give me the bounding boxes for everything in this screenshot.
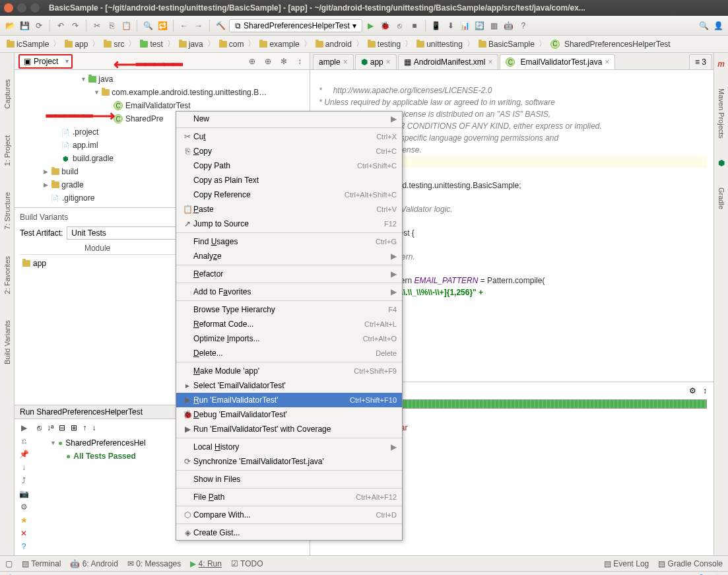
context-menu-item[interactable]: Analyze▶	[176, 249, 402, 263]
build-variants-tab[interactable]: Build Variants	[3, 320, 11, 364]
settings-button[interactable]: ⚙	[20, 502, 28, 512]
breadcrumb-item[interactable]: test	[136, 38, 166, 50]
context-menu-item[interactable]: File PathCtrl+Alt+F12	[176, 490, 402, 504]
gradle-icon[interactable]: ⬢	[718, 158, 725, 168]
replace-icon[interactable]: 🔁	[156, 20, 168, 32]
context-menu-item[interactable]: ✂CutCtrl+X	[176, 129, 402, 144]
help-icon[interactable]: ?	[517, 20, 529, 32]
next-icon[interactable]: ↓	[92, 423, 96, 432]
run-button[interactable]: ▶	[365, 20, 377, 32]
star-icon[interactable]: ★	[20, 516, 28, 525]
hide-icon[interactable]: ↕	[294, 55, 306, 67]
cut-icon[interactable]: ✂	[91, 20, 103, 32]
breadcrumb-item[interactable]: testing	[364, 38, 405, 50]
editor-tab-active[interactable]: CEmailValidatorTest.java×	[500, 54, 615, 69]
context-menu-item[interactable]: Make Module 'app'Ctrl+Shift+F9	[176, 364, 402, 378]
structure-icon[interactable]: ▦	[488, 20, 500, 32]
context-menu-item[interactable]: ▶Run 'EmailValidatorTest' with Coverage	[176, 422, 402, 436]
breadcrumb-item[interactable]: com	[215, 38, 248, 50]
build-icon[interactable]: 🔨	[215, 20, 226, 32]
breadcrumb-item[interactable]: BasicSample	[475, 38, 539, 50]
breadcrumb-item[interactable]: CSharedPreferencesHelperTest	[546, 38, 675, 50]
toggle-button[interactable]: ⎌	[22, 436, 26, 446]
forward-icon[interactable]: →	[193, 20, 205, 32]
user-icon[interactable]: 👤	[712, 20, 724, 32]
context-menu-item[interactable]: Refactor▶	[176, 267, 402, 281]
monitor-icon[interactable]: 📊	[459, 20, 471, 32]
debug-button[interactable]: 🐞	[380, 20, 391, 32]
android-tab[interactable]: 🤖 6: Android	[70, 559, 117, 568]
settings-icon[interactable]: ✻	[278, 55, 290, 67]
context-menu-item[interactable]: ◈Create Gist...	[176, 525, 402, 540]
find-icon[interactable]: 🔍	[142, 20, 154, 32]
close-tab-icon[interactable]: ×	[386, 57, 391, 67]
breadcrumb-item[interactable]: example	[255, 38, 303, 50]
breadcrumb-item[interactable]: android	[312, 38, 356, 50]
undo-icon[interactable]: ↶	[55, 20, 67, 32]
context-menu-item[interactable]: Delete...Delete	[176, 346, 402, 360]
structure-tab[interactable]: 7: Structure	[3, 192, 11, 230]
context-menu-item[interactable]: Copy as Plain Text	[176, 173, 402, 187]
editor-tab[interactable]: ⬢app×	[355, 54, 397, 69]
breadcrumb-item[interactable]: unittesting	[413, 38, 467, 50]
hide-icon[interactable]: ↕	[703, 386, 707, 395]
breadcrumb-item[interactable]: app	[61, 38, 92, 50]
expand-icon[interactable]: ⊞	[71, 423, 77, 432]
context-menu-item[interactable]: 🐞Debug 'EmailValidatorTest'	[176, 407, 402, 422]
context-menu-item[interactable]: New▶	[176, 112, 402, 126]
maven-tab[interactable]: Maven Projects	[717, 88, 725, 139]
gradle-console-tab[interactable]: ▤ Gradle Console	[658, 559, 723, 568]
messages-tab[interactable]: ✉ 0: Messages	[127, 559, 181, 568]
context-menu-item[interactable]: ▶Run 'EmailValidatorTest'Ctrl+Shift+F10	[176, 393, 402, 407]
sdk-icon[interactable]: ⬇	[445, 20, 457, 32]
redo-icon[interactable]: ↷	[69, 20, 81, 32]
context-menu-item[interactable]: Find UsagesCtrl+G	[176, 234, 402, 249]
copy-icon[interactable]: ⎘	[106, 20, 117, 32]
context-menu-item[interactable]: Copy ReferenceCtrl+Alt+Shift+C	[176, 187, 402, 202]
back-icon[interactable]: ←	[178, 20, 190, 32]
rerun-button[interactable]: ▶	[21, 423, 27, 432]
paste-icon[interactable]: 📋	[120, 20, 132, 32]
collapse-icon[interactable]: ⊟	[59, 423, 65, 432]
editor-tab[interactable]: ample×	[313, 54, 354, 69]
window-maximize-button[interactable]	[30, 3, 40, 13]
favorites-tab[interactable]: 2: Favorites	[3, 256, 11, 294]
stop-icon[interactable]: ■	[409, 20, 420, 32]
export-button[interactable]: ⤴	[22, 476, 26, 485]
context-menu-item[interactable]: ⬡Compare With...Ctrl+D	[176, 508, 402, 522]
tree-node-package[interactable]: ▼ com.example.android.testing.unittestin…	[15, 86, 310, 99]
project-view-dropdown[interactable]: ▣ Project	[18, 54, 73, 69]
run-tab[interactable]: ▶ 4: Run	[190, 559, 222, 568]
sync-icon[interactable]: 🔄	[474, 20, 486, 32]
save-icon[interactable]: 💾	[18, 20, 30, 32]
down-button[interactable]: ↓	[22, 463, 26, 472]
context-menu-item[interactable]: Local History▶	[176, 440, 402, 454]
avd-icon[interactable]: 📱	[430, 20, 442, 32]
refresh-icon[interactable]: ⟳	[33, 20, 45, 32]
context-menu-item[interactable]: Copy PathCtrl+Shift+C	[176, 158, 402, 173]
context-menu-item[interactable]: ▸Select 'EmailValidatorTest'	[176, 378, 402, 393]
context-menu-item[interactable]: ⎘CopyCtrl+C	[176, 144, 402, 158]
close-tab-icon[interactable]: ×	[605, 57, 609, 67]
filter-icon[interactable]: ⎋	[37, 423, 42, 432]
run-config-selector[interactable]: ⧉ SharedPreferencesHelperTest ▾	[229, 19, 362, 32]
pin-button[interactable]: 📌	[19, 450, 29, 459]
window-icon[interactable]: ▢	[5, 559, 13, 568]
window-close-button[interactable]	[4, 3, 13, 13]
captures-tab[interactable]: Captures	[3, 79, 11, 109]
breadcrumb-item[interactable]: src	[100, 38, 128, 50]
breadcrumb-item[interactable]: java	[175, 38, 207, 50]
tree-node-java[interactable]: ▼ java	[15, 73, 310, 86]
prev-icon[interactable]: ↑	[83, 423, 86, 432]
gradle-tab[interactable]: Gradle	[717, 187, 725, 209]
terminal-tab[interactable]: ▤ Terminal	[22, 559, 61, 568]
window-minimize-button[interactable]	[17, 3, 26, 13]
context-menu-item[interactable]: ⟳Synchronize 'EmailValidatorTest.java'	[176, 454, 402, 469]
collapse-icon[interactable]: ⊕	[262, 55, 274, 67]
event-log-tab[interactable]: ▤ Event Log	[604, 559, 649, 568]
close-tab-icon[interactable]: ×	[343, 57, 348, 67]
more-tabs-button[interactable]: ≡ 3	[689, 54, 712, 69]
project-tab[interactable]: 1: Project	[3, 135, 11, 166]
open-icon[interactable]: 📂	[4, 20, 16, 32]
context-menu-item[interactable]: Add to Favorites▶	[176, 285, 402, 299]
